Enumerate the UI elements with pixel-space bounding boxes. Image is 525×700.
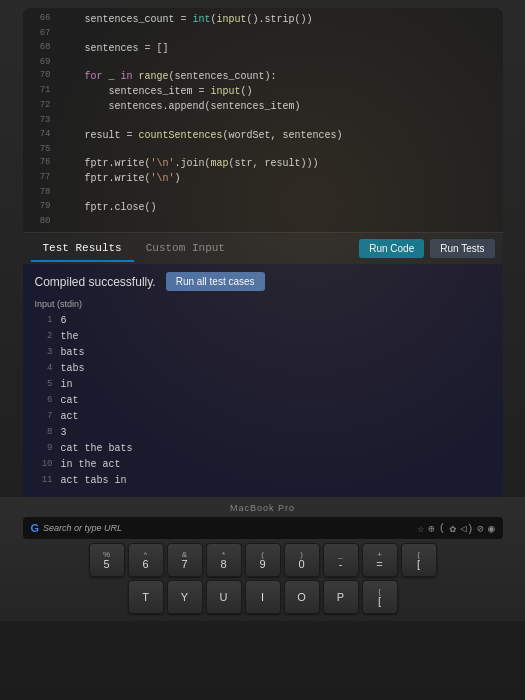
run-tests-button[interactable]: Run Tests — [430, 239, 494, 258]
paren-icon: ( — [439, 522, 446, 534]
code-line: 68 sentences = [] — [23, 41, 503, 56]
key-u[interactable]: U — [206, 580, 242, 614]
input-label: Input (stdin) — [35, 299, 491, 309]
output-line-5: 5 in — [35, 377, 491, 393]
output-line-7: 7 act — [35, 409, 491, 425]
search-bar[interactable]: Search or type URL — [43, 523, 413, 533]
code-line: 69 — [23, 56, 503, 70]
star-icon[interactable]: ☆ — [418, 522, 425, 535]
code-line: 72 sentences.append(sentences_item) — [23, 99, 503, 114]
code-line: 70 for _ in range(sentences_count): — [23, 69, 503, 84]
key-row-numbers: % 5 ^ 6 & 7 * 8 ( 9 ) 0 — [89, 543, 437, 577]
tab-custom-input[interactable]: Custom Input — [134, 236, 237, 262]
laptop-shell: 66 sentences_count = int(input().strip()… — [0, 0, 525, 700]
key-bracket-open[interactable]: { [ — [401, 543, 437, 577]
key-y[interactable]: Y — [167, 580, 203, 614]
code-line: 67 — [23, 27, 503, 41]
run-code-button[interactable]: Run Code — [359, 239, 424, 258]
key-o[interactable]: O — [284, 580, 320, 614]
output-section: Compiled successfully. Run all test case… — [23, 264, 503, 497]
code-line: 78 — [23, 186, 503, 200]
output-line-3: 3 bats — [35, 345, 491, 361]
output-line-2: 2 the — [35, 329, 491, 345]
tabs-bar: Test Results Custom Input Run Code Run T… — [23, 232, 503, 264]
output-line-4: 4 tabs — [35, 361, 491, 377]
key-minus[interactable]: _ - — [323, 543, 359, 577]
key-row-letters: T Y U I O P { [ — [128, 580, 398, 614]
code-line: 76 fptr.write('\n'.join(map(str, result)… — [23, 156, 503, 171]
output-line-11: 11 act tabs in — [35, 473, 491, 489]
run-buttons: Run Code Run Tests — [359, 239, 494, 258]
code-line: 80 — [23, 215, 503, 229]
key-0[interactable]: ) 0 — [284, 543, 320, 577]
key-7[interactable]: & 7 — [167, 543, 203, 577]
siri-icon[interactable]: ◉ — [488, 522, 495, 535]
key-8[interactable]: * 8 — [206, 543, 242, 577]
add-tab-icon[interactable]: ⊕ — [428, 522, 435, 535]
code-editor: 66 sentences_count = int(input().strip()… — [23, 8, 503, 232]
compiled-text: Compiled successfully. — [35, 275, 156, 289]
key-6[interactable]: ^ 6 — [128, 543, 164, 577]
touchbar-area[interactable]: G Search or type URL ☆ ⊕ ( ✿ ◁) ⊘ ◉ — [23, 517, 503, 539]
output-list: 1 6 2 the 3 bats 4 tabs 5 in — [35, 313, 491, 489]
output-line-1: 1 6 — [35, 313, 491, 329]
key-bracket-open-2[interactable]: { [ — [362, 580, 398, 614]
mute-icon[interactable]: ⊘ — [477, 522, 484, 535]
code-line: 79 fptr.close() — [23, 200, 503, 215]
code-line: 71 sentences_item = input() — [23, 84, 503, 99]
key-5[interactable]: % 5 — [89, 543, 125, 577]
code-line: 74 result = countSentences(wordSet, sent… — [23, 128, 503, 143]
code-line: 73 — [23, 114, 503, 128]
code-line: 66 sentences_count = int(input().strip()… — [23, 12, 503, 27]
key-t[interactable]: T — [128, 580, 164, 614]
key-equals[interactable]: + = — [362, 543, 398, 577]
brightness-icon[interactable]: ✿ — [449, 522, 456, 535]
code-line: 75 — [23, 143, 503, 157]
screen-area: 66 sentences_count = int(input().strip()… — [23, 8, 503, 497]
key-i[interactable]: I — [245, 580, 281, 614]
output-line-9: 9 cat the bats — [35, 441, 491, 457]
tab-test-results[interactable]: Test Results — [31, 236, 134, 262]
key-p[interactable]: P — [323, 580, 359, 614]
run-all-button[interactable]: Run all test cases — [166, 272, 265, 291]
code-line: 77 fptr.write('\n') — [23, 171, 503, 186]
keyboard-area: MacBook Pro G Search or type URL ☆ ⊕ ( ✿… — [0, 497, 525, 621]
key-9[interactable]: ( 9 — [245, 543, 281, 577]
compiled-bar: Compiled successfully. Run all test case… — [35, 272, 491, 291]
output-line-10: 10 in the act — [35, 457, 491, 473]
output-line-6: 6 cat — [35, 393, 491, 409]
macbook-label: MacBook Pro — [230, 503, 295, 513]
output-line-8: 8 3 — [35, 425, 491, 441]
google-icon: G — [31, 522, 40, 534]
volume-icon[interactable]: ◁) — [460, 522, 473, 535]
